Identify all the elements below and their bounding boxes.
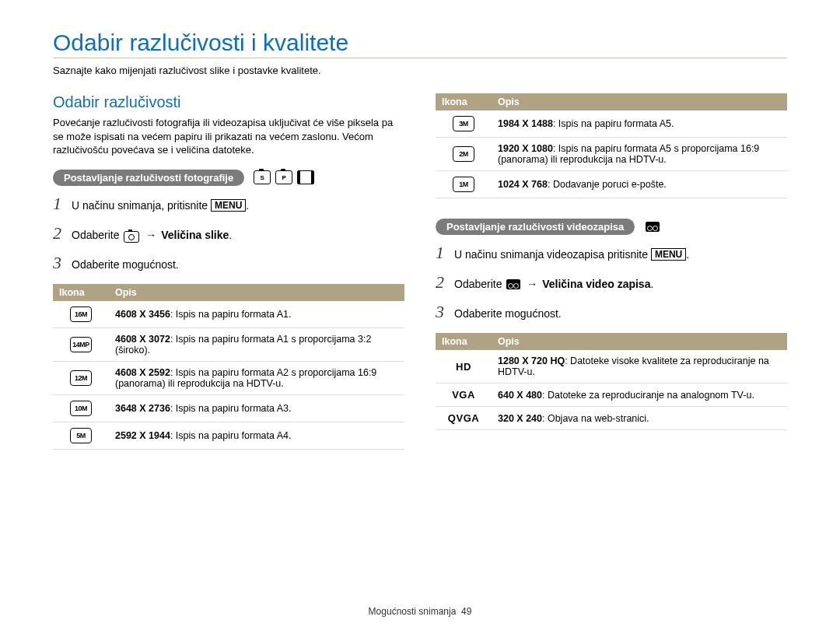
- step-3-text: Odaberite mogućnost.: [72, 258, 179, 271]
- right-column: Ikona Opis 3M 1984 X 1488: Ispis na papi…: [436, 93, 787, 450]
- photo-res-table-continued: Ikona Opis 3M 1984 X 1488: Ispis na papi…: [436, 93, 787, 198]
- res-icon-qvga: QVGA: [448, 412, 479, 424]
- table-header-desc: Opis: [492, 93, 787, 110]
- res-desc: : Ispis na papiru formata A5.: [553, 118, 674, 129]
- step-1-text: U načinu snimanja, pritisnite: [72, 199, 211, 212]
- table-row: VGA 640 X 480: Datoteke za reproduciranj…: [436, 384, 787, 407]
- step-2: Odaberite → Veličina slike.: [53, 223, 404, 243]
- res-icon-5m: 5M: [70, 428, 92, 443]
- res-icon-16m: 16M: [70, 306, 92, 322]
- res-value: 1024 X 768: [498, 179, 548, 190]
- res-value: 1984 X 1488: [498, 118, 553, 129]
- res-value: 4608 X 3456: [115, 309, 170, 320]
- step-1-text: U načinu snimanja videozapisa pritisnite: [454, 248, 651, 261]
- table-row: 16M 4608 X 3456: Ispis na papiru formata…: [53, 301, 404, 328]
- camera-icon: [124, 231, 139, 243]
- section-desc: Povećanje razlučivosti fotografija ili v…: [53, 116, 404, 157]
- res-value: 3648 X 2736: [115, 403, 170, 414]
- table-header-desc: Opis: [109, 284, 404, 301]
- res-icon-1m: 1M: [453, 177, 474, 192]
- step-3: Odaberite mogućnost.: [436, 302, 787, 322]
- res-desc: : Ispis na papiru formata A4.: [170, 430, 292, 441]
- step-2-prefix: Odaberite: [454, 278, 505, 290]
- res-value: 1920 X 1080: [498, 143, 553, 154]
- res-desc: : Ispis na papiru formata A3.: [170, 403, 292, 414]
- table-header-icon: Ikona: [436, 333, 492, 350]
- photo-res-heading-pill: Postavljanje razlučivosti fotografije: [53, 170, 244, 186]
- res-icon-12m: 12M: [70, 370, 92, 386]
- footer: Mogućnosti snimanja 49: [0, 606, 840, 617]
- arrow-icon: →: [527, 278, 537, 290]
- photo-mode-icons: S P: [254, 170, 314, 184]
- res-value: 2592 X 1944: [115, 430, 170, 441]
- step-2-prefix: Odaberite: [72, 229, 122, 241]
- res-value: 4608 X 3072: [115, 334, 170, 345]
- res-icon-3m: 3M: [453, 116, 474, 131]
- res-icon-2m: 2M: [453, 146, 474, 162]
- video-steps: U načinu snimanja videozapisa pritisnite…: [436, 243, 787, 322]
- step-1-suffix: .: [246, 199, 249, 212]
- menu-button-graphic: MENU: [651, 248, 686, 261]
- table-header-desc: Opis: [492, 333, 787, 350]
- page-title: Odabir razlučivosti i kvalitete: [53, 30, 787, 58]
- table-row: HD 1280 X 720 HQ: Datoteke visoke kvalit…: [436, 350, 787, 384]
- res-icon-vga: VGA: [452, 389, 475, 401]
- photo-steps: U načinu snimanja, pritisnite MENU. Odab…: [53, 194, 404, 273]
- step-1: U načinu snimanja, pritisnite MENU.: [53, 194, 404, 214]
- res-icon-10m: 10M: [70, 401, 92, 416]
- page-intro: Saznajte kako mijenjati razlučivost slik…: [53, 65, 787, 76]
- footer-page-number: 49: [461, 606, 471, 617]
- res-icon-14m: 14MP: [70, 337, 92, 352]
- program-icon: P: [275, 170, 292, 184]
- res-value: 1280 X 720 HQ: [498, 356, 565, 366]
- smart-auto-icon: S: [254, 170, 271, 184]
- menu-button-graphic: MENU: [211, 199, 246, 212]
- step-2-suffix: .: [229, 229, 232, 241]
- table-row: 14MP 4608 X 3072: Ispis na papiru format…: [53, 328, 404, 361]
- table-row: 2M 1920 X 1080: Ispis na papiru formata …: [436, 138, 787, 171]
- res-value: 320 X 240: [498, 413, 542, 424]
- step-2-suffix: .: [650, 278, 653, 290]
- res-icon-hd: HD: [456, 361, 471, 373]
- step-2: Odaberite → Veličina video zapisa.: [436, 272, 787, 292]
- table-row: 3M 1984 X 1488: Ispis na papiru formata …: [436, 110, 787, 138]
- res-value: 4608 X 2592: [115, 367, 170, 378]
- video-res-heading-pill: Postavljanje razlučivosti videozapisa: [436, 219, 635, 235]
- step-2-bold: Veličina video zapisa: [542, 278, 650, 290]
- table-header-icon: Ikona: [436, 93, 492, 110]
- res-desc: : Dodavanje poruci e-pošte.: [548, 179, 667, 190]
- section-title: Odabir razlučivosti: [53, 93, 404, 111]
- left-column: Odabir razlučivosti Povećanje razlučivos…: [53, 93, 404, 450]
- res-value: 640 X 480: [498, 390, 542, 401]
- step-3-text: Odaberite mogućnost.: [454, 307, 562, 320]
- video-icon: [506, 279, 520, 289]
- table-row: 5M 2592 X 1944: Ispis na papiru formata …: [53, 422, 404, 449]
- step-3: Odaberite mogućnost.: [53, 253, 404, 273]
- res-desc: : Datoteke za reproduciranje na analogno…: [542, 390, 754, 401]
- res-desc: : Objava na web-stranici.: [542, 413, 649, 424]
- table-row: 10M 3648 X 2736: Ispis na papiru formata…: [53, 394, 404, 422]
- step-2-bold: Veličina slike: [161, 229, 229, 241]
- table-header-icon: Ikona: [53, 284, 109, 301]
- table-row: QVGA 320 X 240: Objava na web-stranici.: [436, 407, 787, 430]
- step-1-suffix: .: [686, 248, 689, 261]
- video-mode-icon: [646, 222, 660, 232]
- scene-film-icon: [297, 170, 314, 184]
- res-desc: : Ispis na papiru formata A1.: [170, 309, 292, 320]
- table-row: 1M 1024 X 768: Dodavanje poruci e-pošte.: [436, 171, 787, 198]
- table-row: 12M 4608 X 2592: Ispis na papiru formata…: [53, 361, 404, 394]
- step-1: U načinu snimanja videozapisa pritisnite…: [436, 243, 787, 263]
- footer-section: Mogućnosti snimanja: [369, 606, 457, 617]
- arrow-icon: →: [145, 229, 156, 241]
- video-mode-icons: [644, 222, 661, 232]
- photo-res-table: Ikona Opis 16M 4608 X 3456: Ispis na pap…: [53, 284, 404, 450]
- video-res-table: Ikona Opis HD 1280 X 720 HQ: Datoteke vi…: [436, 333, 787, 430]
